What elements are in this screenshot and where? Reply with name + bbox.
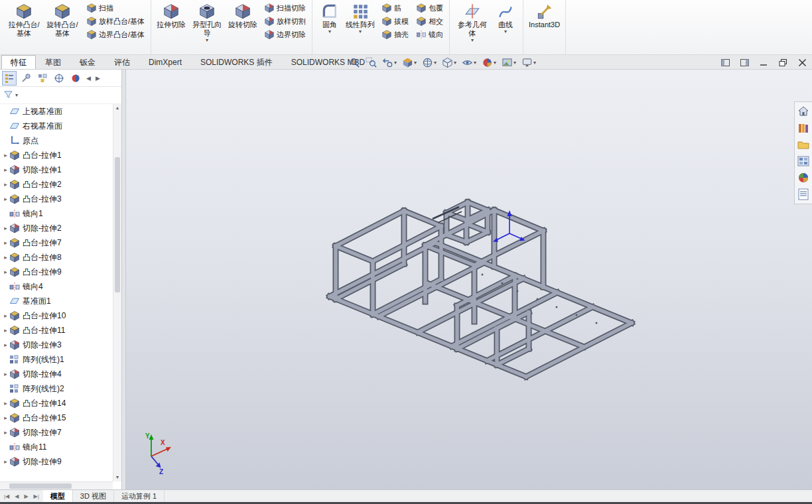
tree-item[interactable]: ▸切除-拉伸4 bbox=[0, 367, 113, 381]
revolve-boss-button[interactable]: 旋转凸台/基体 bbox=[44, 1, 81, 39]
expand-arrow-icon[interactable]: ▸ bbox=[2, 225, 9, 231]
scrollbar-thumb[interactable] bbox=[115, 157, 120, 293]
feature-manager-design-tree-tab[interactable] bbox=[2, 71, 17, 86]
tree-item[interactable]: ▸凸台-拉伸2 bbox=[0, 177, 113, 192]
expand-arrow-icon[interactable]: ▸ bbox=[2, 254, 9, 261]
tree-item[interactable]: 阵列(线性)1 bbox=[0, 352, 113, 367]
close-button[interactable] bbox=[798, 59, 807, 66]
commandmanager-tab-5[interactable]: SOLIDWORKS 插件 bbox=[191, 55, 282, 69]
view-settings-button[interactable]: ▾ bbox=[519, 56, 539, 69]
linear-pattern-button[interactable]: 线性阵列▾ bbox=[344, 1, 376, 35]
tree-item[interactable]: ▸凸台-拉伸11 bbox=[0, 323, 113, 338]
document-tab-1[interactable]: 3D 视图 bbox=[73, 490, 114, 502]
3d-model-canvas[interactable]: YXZ bbox=[126, 70, 812, 489]
rib-button[interactable]: 筋 bbox=[379, 1, 411, 15]
extrude-cut-button[interactable]: 拉伸切除 bbox=[155, 1, 187, 31]
tab-scroll-arrow[interactable]: ◀ bbox=[12, 493, 21, 499]
expand-arrow-icon[interactable]: ▸ bbox=[2, 181, 9, 188]
extrude-boss-button[interactable]: 拉伸凸台/基体 bbox=[5, 1, 42, 39]
sweep-cut-button[interactable]: 扫描切除 bbox=[261, 1, 308, 15]
view-orientation-button[interactable]: ▾ bbox=[419, 56, 439, 69]
shell-button[interactable]: 抽壳 bbox=[379, 28, 411, 41]
configuration-manager-tab[interactable] bbox=[35, 71, 50, 86]
tree-item[interactable]: ▸凸台-拉伸7 bbox=[0, 235, 113, 250]
sweep-button[interactable]: 扫描 bbox=[84, 1, 147, 15]
document-tab-2[interactable]: 运动算例 1 bbox=[114, 490, 165, 502]
expand-arrow-icon[interactable]: ▸ bbox=[2, 400, 9, 407]
panel-nav-arrow[interactable]: ◀ bbox=[85, 75, 92, 82]
curves-button[interactable]: 曲线▾ bbox=[492, 1, 519, 35]
zoom-area-button[interactable] bbox=[363, 56, 379, 69]
tree-item[interactable]: 镜向1 bbox=[0, 206, 113, 221]
draft-button[interactable]: 拔模 bbox=[379, 15, 411, 28]
file-explorer-icon[interactable] bbox=[797, 138, 810, 151]
frame-model[interactable] bbox=[330, 202, 632, 377]
tree-item[interactable]: 原点 bbox=[0, 133, 113, 148]
tree-item[interactable]: ▸凸台-拉伸3 bbox=[0, 192, 113, 206]
boundary-boss-button[interactable]: 边界凸台/基体 bbox=[84, 28, 147, 41]
tree-item[interactable]: 镜向4 bbox=[0, 279, 113, 294]
display-manager-tab[interactable] bbox=[68, 71, 83, 86]
loft-cut-button[interactable]: 放样切割 bbox=[261, 15, 308, 28]
scrollbar-thumb[interactable] bbox=[9, 483, 72, 489]
tree-vertical-scrollbar[interactable]: ▲ ▼ bbox=[113, 104, 121, 481]
tree-item[interactable]: ▸切除-拉伸9 bbox=[0, 454, 113, 469]
appearances-icon[interactable] bbox=[797, 171, 810, 184]
tree-item[interactable]: 镜向11 bbox=[0, 440, 113, 454]
tree-item[interactable]: ▸凸台-拉伸8 bbox=[0, 250, 113, 265]
loft-boss-button[interactable]: 放样凸台/基体 bbox=[84, 15, 147, 28]
tree-item[interactable]: 阵列(线性)2 bbox=[0, 381, 113, 396]
intersect-button[interactable]: 相交 bbox=[413, 15, 446, 28]
boundary-cut-button[interactable]: 边界切除 bbox=[261, 28, 308, 41]
tree-item[interactable]: ▸切除-拉伸1 bbox=[0, 162, 113, 177]
tree-item[interactable]: ▸凸台-拉伸1 bbox=[0, 148, 113, 162]
tree-item[interactable]: 上视基准面 bbox=[0, 104, 113, 119]
hole-wizard-button[interactable]: 异型孔向导▾ bbox=[188, 1, 226, 44]
tab-scroll-arrow[interactable]: ▶| bbox=[31, 493, 42, 499]
expand-arrow-icon[interactable]: ▸ bbox=[2, 312, 9, 319]
expand-arrow-icon[interactable]: ▸ bbox=[2, 371, 9, 377]
tree-item[interactable]: 基准面1 bbox=[0, 294, 113, 308]
view-palette-icon[interactable] bbox=[797, 155, 810, 168]
apply-scene-button[interactable]: ▾ bbox=[499, 56, 519, 69]
scroll-down-icon[interactable]: ▼ bbox=[113, 473, 121, 481]
expand-arrow-icon[interactable]: ▸ bbox=[2, 152, 9, 158]
tree-item[interactable]: 右视基准面 bbox=[0, 119, 113, 133]
property-manager-tab[interactable] bbox=[19, 71, 33, 86]
pane-left-button[interactable] bbox=[721, 59, 730, 66]
tree-item[interactable]: ▸凸台-拉伸15 bbox=[0, 410, 113, 425]
graphics-viewport[interactable]: YXZ bbox=[126, 70, 812, 489]
dimxpert-manager-tab[interactable] bbox=[52, 71, 66, 86]
expand-arrow-icon[interactable]: ▸ bbox=[2, 429, 9, 436]
filter-caret-icon[interactable]: ▾ bbox=[15, 93, 18, 97]
expand-arrow-icon[interactable]: ▸ bbox=[2, 342, 9, 348]
commandmanager-tab-2[interactable]: 钣金 bbox=[70, 55, 105, 69]
restore-button[interactable] bbox=[779, 59, 787, 66]
home-icon[interactable] bbox=[797, 105, 810, 118]
expand-arrow-icon[interactable]: ▸ bbox=[2, 196, 9, 202]
expand-arrow-icon[interactable]: ▸ bbox=[2, 166, 9, 173]
instant3d-button[interactable]: Instant3D bbox=[527, 1, 561, 31]
commandmanager-tab-3[interactable]: 评估 bbox=[105, 55, 139, 69]
zoom-fit-button[interactable] bbox=[346, 56, 363, 69]
tree-item[interactable]: ▸凸台-拉伸9 bbox=[0, 265, 113, 279]
wrap-button[interactable]: 包覆 bbox=[413, 1, 446, 15]
tree-item[interactable]: ▸凸台-拉伸10 bbox=[0, 308, 113, 323]
scroll-up-icon[interactable]: ▲ bbox=[113, 104, 121, 112]
section-view-button[interactable]: ▾ bbox=[399, 56, 419, 69]
mirror-button[interactable]: 镜向 bbox=[413, 28, 446, 41]
previous-view-button[interactable]: ▾ bbox=[379, 56, 399, 69]
tab-scroll-arrow[interactable]: ▶ bbox=[21, 493, 31, 499]
tab-scroll-arrow[interactable]: |◀ bbox=[1, 493, 12, 499]
edit-appearance-button[interactable]: ▾ bbox=[479, 56, 499, 69]
reference-geometry-button[interactable]: 参考几何体▾ bbox=[454, 1, 491, 44]
filter-funnel-icon[interactable] bbox=[3, 90, 13, 101]
expand-arrow-icon[interactable]: ▸ bbox=[2, 327, 9, 334]
commandmanager-tab-4[interactable]: DimXpert bbox=[139, 55, 191, 69]
expand-arrow-icon[interactable]: ▸ bbox=[2, 269, 9, 275]
document-tab-0[interactable]: 模型 bbox=[43, 490, 73, 502]
tree-item[interactable]: ▸凸台-拉伸14 bbox=[0, 396, 113, 410]
expand-arrow-icon[interactable]: ▸ bbox=[2, 414, 9, 421]
commandmanager-tab-0[interactable]: 特征 bbox=[1, 55, 36, 69]
tree-item[interactable]: ▸切除-拉伸3 bbox=[0, 338, 113, 352]
